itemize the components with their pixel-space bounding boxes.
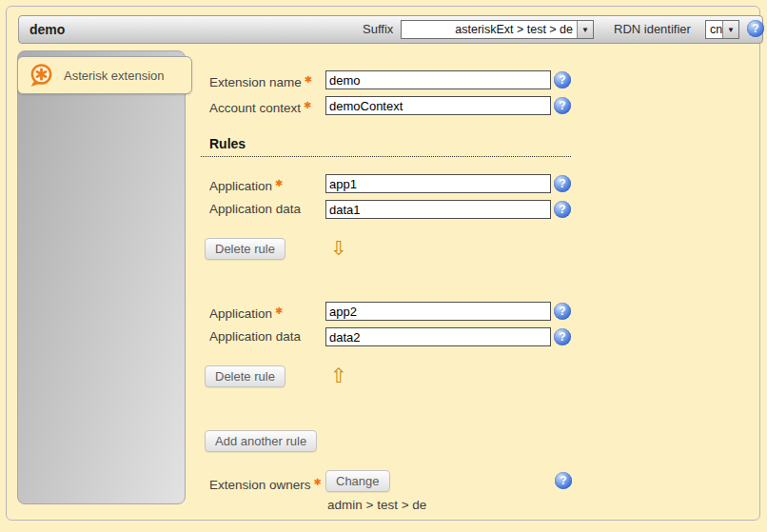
application-data-input[interactable] [325, 327, 551, 346]
change-owners-button[interactable]: Change [325, 470, 390, 492]
application-label: Application✱ [209, 302, 283, 321]
required-icon: ✱ [275, 178, 283, 188]
suffix-select[interactable]: asteriskExt > test > de ▼ [401, 20, 594, 39]
header-bar: demo Suffix asteriskExt > test > de ▼ RD… [18, 15, 763, 44]
suffix-label: Suffix [363, 16, 393, 43]
owners-value: admin > test > de [327, 498, 426, 512]
application-input[interactable] [325, 302, 551, 321]
help-icon[interactable]: ? [554, 71, 571, 89]
help-icon[interactable]: ? [555, 472, 572, 489]
delete-rule-button[interactable]: Delete rule [205, 238, 285, 260]
help-icon[interactable]: ? [554, 328, 571, 345]
application-input[interactable] [325, 174, 551, 193]
window: demo Suffix asteriskExt > test > de ▼ RD… [6, 6, 760, 521]
required-icon: ✱ [304, 100, 311, 110]
extension-name-input[interactable] [325, 70, 551, 89]
move-up-icon[interactable]: ⇧ [328, 365, 349, 387]
account-context-label: Account context✱ [209, 96, 311, 115]
application-data-label: Application data [209, 327, 301, 346]
required-icon: ✱ [305, 74, 312, 85]
page-title: demo [30, 16, 65, 43]
help-icon[interactable]: ? [554, 97, 571, 114]
application-label: Application✱ [209, 174, 283, 193]
suffix-select-value: asteriskExt > test > de [402, 23, 577, 36]
sidebar [17, 50, 186, 504]
add-rule-button[interactable]: Add another rule [205, 430, 317, 452]
required-icon: ✱ [314, 477, 322, 487]
rules-heading: Rules [201, 134, 571, 157]
dropdown-arrow-icon: ▼ [577, 21, 593, 38]
application-data-input[interactable] [325, 200, 551, 219]
required-icon: ✱ [275, 305, 283, 316]
tab-label: Asterisk extension [64, 69, 165, 83]
delete-rule-button[interactable]: Delete rule [205, 365, 285, 387]
help-icon[interactable]: ? [554, 201, 571, 218]
account-context-input[interactable] [325, 96, 551, 115]
help-icon[interactable]: ? [554, 175, 571, 192]
dropdown-arrow-icon: ▼ [722, 21, 738, 38]
extension-name-label: Extension name✱ [209, 70, 312, 89]
asterisk-logo-icon [28, 62, 54, 89]
rdn-select-value: cn [706, 23, 722, 36]
extension-owners-label: Extension owners✱ [209, 472, 322, 491]
tab-asterisk-extension[interactable]: Asterisk extension [17, 56, 192, 94]
page: { "header": { "title": "demo", "suffix":… [0, 0, 767, 532]
application-data-label: Application data [209, 200, 301, 219]
rdn-label: RDN identifier [614, 16, 691, 43]
move-down-icon[interactable]: ⇩ [328, 238, 349, 260]
help-icon[interactable]: ? [747, 20, 764, 37]
rdn-select[interactable]: cn ▼ [705, 20, 739, 39]
help-icon[interactable]: ? [554, 303, 571, 320]
